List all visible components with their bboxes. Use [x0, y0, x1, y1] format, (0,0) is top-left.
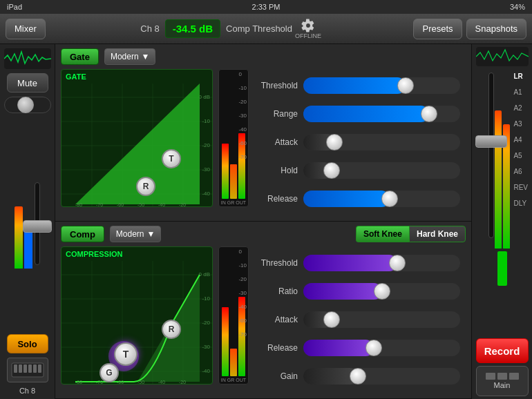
svg-text:-80: -80 — [75, 202, 82, 207]
gate-attack-slider[interactable] — [303, 134, 460, 150]
mini-waveform — [4, 48, 51, 69]
comp-release-slider[interactable] — [303, 340, 460, 356]
gate-threshold-knob[interactable] — [397, 77, 414, 94]
gate-button[interactable]: Gate — [61, 48, 99, 65]
comp-threshold-knob[interactable] — [389, 255, 406, 271]
gate-hold-label: Hold — [260, 166, 298, 175]
svg-rect-5 — [33, 364, 37, 373]
svg-text:-70: -70 — [96, 202, 103, 207]
vu-bar-gr — [230, 164, 237, 199]
snapshots-button[interactable]: Snapshots — [466, 19, 526, 39]
gate-t-knob[interactable]: T — [162, 149, 181, 168]
gate-r-knob[interactable]: R — [136, 177, 155, 196]
svg-text:-40: -40 — [158, 202, 165, 207]
comp-section: Comp Modern ▼ Soft Knee Hard Knee COMPRE… — [55, 222, 471, 399]
gate-release-row: Release — [260, 188, 460, 210]
comp-r-knob[interactable]: R — [162, 320, 181, 339]
svg-text:-60: -60 — [117, 380, 124, 385]
comp-t-knob[interactable]: T — [114, 342, 137, 366]
main-icon-1 — [486, 373, 495, 380]
comp-release-label: Release — [260, 343, 298, 353]
right-fader-container — [488, 69, 494, 242]
vu-bar-in — [222, 144, 229, 199]
right-fader-area: LR A1 A2 A3 A4 A5 A6 REV DLY — [475, 69, 529, 335]
gate-threshold-slider[interactable] — [303, 77, 460, 94]
right-meter-bar-1 — [495, 110, 502, 249]
svg-text:0 dB: 0 dB — [199, 271, 210, 278]
gate-hold-row: Hold — [260, 159, 460, 182]
comp-attack-slider[interactable] — [303, 311, 460, 328]
hard-knee-button[interactable]: Hard Knee — [409, 226, 466, 242]
center-panel: Gate Modern ▼ GATE — [55, 44, 471, 399]
comp-release-fill — [303, 340, 374, 356]
comp-mode-dropdown[interactable]: Modern ▼ — [110, 226, 162, 242]
gate-range-knob[interactable] — [421, 106, 437, 122]
toolbar-center: Ch 8 -34.5 dB Comp Threshold OFFLINE — [50, 19, 410, 39]
right-fader-handle[interactable] — [475, 135, 507, 148]
gate-vu-meter: 0 -10 -20 -30 -40 -60 -70 IN — [218, 69, 249, 207]
offline-label: OFFLINE — [295, 32, 321, 39]
gate-release-slider[interactable] — [303, 191, 460, 207]
comp-g-knob[interactable]: G — [99, 363, 119, 382]
mute-button[interactable]: Mute — [7, 73, 48, 93]
gate-hold-slider[interactable] — [303, 162, 460, 179]
comp-gain-slider[interactable] — [303, 368, 460, 385]
channel-label: Ch 8 — [140, 23, 159, 34]
gear-icon — [301, 19, 315, 32]
ch-label-a4: A4 — [513, 136, 528, 144]
gate-range-row: Range — [260, 103, 460, 125]
comp-button[interactable]: Comp — [61, 226, 104, 242]
main-icon-2 — [497, 373, 507, 380]
gate-graph-label: GATE — [66, 72, 86, 81]
battery-display: 34% — [510, 3, 525, 11]
comp-gain-knob[interactable] — [350, 368, 366, 385]
left-strip: Mute Solo — [0, 44, 55, 399]
soft-knee-button[interactable]: Soft Knee — [356, 226, 409, 242]
waveform-svg — [4, 48, 51, 69]
db-display: -34.5 dB — [165, 19, 220, 38]
comp-gain-label: Gain — [260, 371, 298, 381]
comp-ratio-fill — [303, 283, 382, 300]
comp-attack-knob[interactable] — [323, 311, 340, 328]
comp-release-knob[interactable] — [365, 340, 382, 356]
svg-text:-50: -50 — [137, 380, 144, 385]
main-label: Main — [494, 381, 511, 389]
gate-attack-knob[interactable] — [326, 134, 343, 150]
main-icon-row — [486, 373, 519, 380]
gate-release-label: Release — [260, 194, 298, 204]
comp-threshold-slider[interactable] — [303, 255, 460, 271]
gate-release-fill — [303, 191, 390, 207]
ch-label-dly: DLY — [513, 200, 528, 207]
pan-fader[interactable] — [4, 97, 51, 113]
right-fader-track — [488, 72, 494, 238]
gate-range-slider[interactable] — [303, 106, 460, 122]
gate-threshold-fill — [303, 77, 406, 94]
gate-release-knob[interactable] — [381, 191, 398, 207]
comp-ratio-row: Ratio — [260, 280, 460, 302]
solo-button[interactable]: Solo — [7, 334, 48, 353]
main-icon-3 — [509, 373, 519, 380]
comp-body: COMPRESSION 0 dB -10 -2 — [55, 246, 471, 398]
vertical-fader-handle[interactable] — [23, 220, 52, 233]
svg-text:-10: -10 — [202, 118, 210, 124]
gate-mode-dropdown[interactable]: Modern ▼ — [104, 48, 156, 65]
comp-vu-labels: 0 -10 -20 -30 -40 -60 -70 — [238, 247, 247, 338]
presets-button[interactable]: Presets — [413, 19, 462, 39]
main-button[interactable]: Main — [476, 366, 529, 396]
gear-button[interactable]: OFFLINE — [298, 19, 319, 39]
svg-text:-40: -40 — [202, 191, 210, 197]
comp-vu-bar-gr — [230, 349, 237, 376]
comp-vu-meter: 0 -10 -20 -30 -40 -60 -70 IN — [218, 246, 249, 385]
mixer-button[interactable]: Mixer — [6, 19, 46, 39]
pan-knob[interactable] — [17, 97, 34, 113]
record-button[interactable]: Record — [476, 338, 529, 363]
gate-attack-row: Attack — [260, 131, 460, 153]
comp-ratio-knob[interactable] — [374, 283, 390, 300]
svg-rect-6 — [38, 364, 41, 373]
gate-graph: GATE 0 dB -10 — [61, 69, 213, 207]
comp-ratio-slider[interactable] — [303, 283, 460, 300]
comp-vu-bar-in — [222, 307, 229, 376]
gate-attack-label: Attack — [260, 137, 298, 147]
gate-hold-knob[interactable] — [323, 162, 340, 179]
svg-text:-30: -30 — [202, 166, 210, 173]
